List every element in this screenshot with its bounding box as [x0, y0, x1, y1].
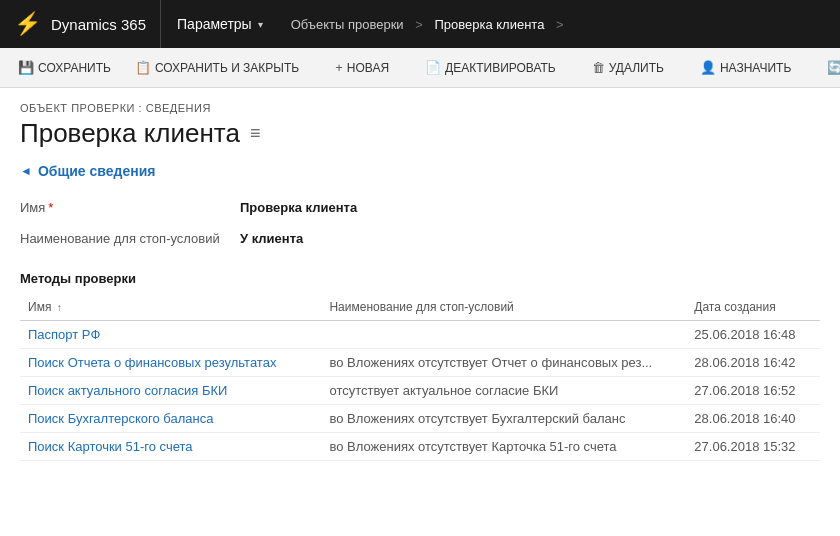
breadcrumb-item-1[interactable]: Объекты проверки — [291, 17, 404, 32]
col-header-stop-condition: Наименование для стоп-условий — [321, 294, 686, 321]
col-header-date: Дата создания — [686, 294, 820, 321]
field-value-name: Проверка клиента — [240, 195, 820, 220]
row-stop-cell: отсутствует актуальное согласие БКИ — [321, 377, 686, 405]
app-logo[interactable]: ⚡ Dynamics 365 — [0, 0, 160, 48]
field-label-stop-condition: Наименование для стоп-условий — [20, 226, 240, 251]
save-close-icon: 📋 — [135, 60, 151, 75]
save-close-button[interactable]: 📋 СОХРАНИТЬ И ЗАКРЫТЬ — [125, 56, 309, 79]
row-date-cell: 27.06.2018 16:52 — [686, 377, 820, 405]
deactivate-icon: 📄 — [425, 60, 441, 75]
lightning-icon: ⚡ — [14, 11, 41, 37]
row-stop-cell — [321, 321, 686, 349]
breadcrumb-sep-1: > — [412, 17, 427, 32]
field-value-stop-condition: У клиента — [240, 226, 820, 251]
delete-icon: 🗑 — [592, 60, 605, 75]
new-icon: + — [335, 60, 343, 75]
table-row: Поиск Карточки 51-го счетаво Вложениях о… — [20, 433, 820, 461]
delete-button[interactable]: 🗑 УДАЛИТЬ — [582, 56, 674, 79]
chevron-down-icon: ▾ — [258, 19, 263, 30]
assign-button[interactable]: 👤 НАЗНАЧИТЬ — [690, 56, 801, 79]
field-label-name: Имя * — [20, 195, 240, 220]
table-row: Паспорт РФ25.06.2018 16:48 — [20, 321, 820, 349]
section-toggle-icon: ◄ — [20, 164, 32, 178]
row-name-link[interactable]: Поиск актуального согласия БКИ — [28, 383, 227, 398]
deactivate-button[interactable]: 📄 ДЕАКТИВИРОВАТЬ — [415, 56, 566, 79]
assign-label: НАЗНАЧИТЬ — [720, 61, 791, 75]
row-name-cell[interactable]: Поиск Карточки 51-го счета — [20, 433, 321, 461]
sort-asc-icon: ↑ — [57, 302, 62, 313]
title-menu-icon[interactable]: ≡ — [250, 123, 261, 144]
top-nav: ⚡ Dynamics 365 Параметры ▾ Объекты прове… — [0, 0, 840, 48]
row-date-cell: 27.06.2018 15:32 — [686, 433, 820, 461]
nav-menu-label: Параметры — [177, 16, 252, 32]
save-icon: 💾 — [18, 60, 34, 75]
table-row: Поиск актуального согласия БКИотсутствуе… — [20, 377, 820, 405]
row-date-cell: 25.06.2018 16:48 — [686, 321, 820, 349]
breadcrumb-sub: ОБЪЕКТ ПРОВЕРКИ : СВЕДЕНИЯ — [20, 102, 820, 114]
row-stop-cell: во Вложениях отсутствует Карточка 51-го … — [321, 433, 686, 461]
row-name-cell[interactable]: Поиск Отчета о финансовых результатах — [20, 349, 321, 377]
row-name-link[interactable]: Поиск Отчета о финансовых результатах — [28, 355, 276, 370]
save-close-label: СОХРАНИТЬ И ЗАКРЫТЬ — [155, 61, 299, 75]
nav-menu-parametry[interactable]: Параметры ▾ — [161, 0, 279, 48]
delete-label: УДАЛИТЬ — [609, 61, 664, 75]
table-row: Поиск Отчета о финансовых результатахво … — [20, 349, 820, 377]
section-label: Общие сведения — [38, 163, 156, 179]
save-button[interactable]: 💾 СОХРАНИТЬ — [8, 56, 121, 79]
row-stop-cell: во Вложениях отсутствует Бухгалтерский б… — [321, 405, 686, 433]
page-title-row: Проверка клиента ≡ — [20, 118, 820, 149]
table-row: Поиск Бухгалтерского балансаво Вложениях… — [20, 405, 820, 433]
toolbar: 💾 СОХРАНИТЬ 📋 СОХРАНИТЬ И ЗАКРЫТЬ + НОВА… — [0, 48, 840, 88]
page-title: Проверка клиента — [20, 118, 240, 149]
share-button[interactable]: 🔄 ОБЩИЙ ДОСТУП — [817, 56, 840, 79]
row-name-link[interactable]: Поиск Карточки 51-го счета — [28, 439, 193, 454]
save-label: СОХРАНИТЬ — [38, 61, 111, 75]
row-date-cell: 28.06.2018 16:42 — [686, 349, 820, 377]
deactivate-label: ДЕАКТИВИРОВАТЬ — [445, 61, 556, 75]
row-date-cell: 28.06.2018 16:40 — [686, 405, 820, 433]
methods-table: Имя ↑ Наименование для стоп-условий Дата… — [20, 294, 820, 461]
share-icon: 🔄 — [827, 60, 840, 75]
row-stop-cell: во Вложениях отсутствует Отчет о финансо… — [321, 349, 686, 377]
assign-icon: 👤 — [700, 60, 716, 75]
row-name-cell[interactable]: Паспорт РФ — [20, 321, 321, 349]
row-name-link[interactable]: Паспорт РФ — [28, 327, 100, 342]
new-label: НОВАЯ — [347, 61, 389, 75]
col-header-name[interactable]: Имя ↑ — [20, 294, 321, 321]
main-content: ОБЪЕКТ ПРОВЕРКИ : СВЕДЕНИЯ Проверка клие… — [0, 88, 840, 481]
form-grid: Имя * Проверка клиента Наименование для … — [20, 195, 820, 251]
row-name-cell[interactable]: Поиск актуального согласия БКИ — [20, 377, 321, 405]
breadcrumb-sep-2: > — [552, 17, 567, 32]
table-section-title: Методы проверки — [20, 271, 820, 286]
row-name-cell[interactable]: Поиск Бухгалтерского баланса — [20, 405, 321, 433]
nav-breadcrumb: Объекты проверки > Проверка клиента > — [279, 0, 588, 48]
row-name-link[interactable]: Поиск Бухгалтерского баланса — [28, 411, 213, 426]
required-star: * — [48, 200, 53, 215]
section-general-header[interactable]: ◄ Общие сведения — [20, 163, 820, 179]
app-name: Dynamics 365 — [51, 16, 146, 33]
breadcrumb-item-2: Проверка клиента — [434, 17, 544, 32]
new-button[interactable]: + НОВАЯ — [325, 56, 399, 79]
